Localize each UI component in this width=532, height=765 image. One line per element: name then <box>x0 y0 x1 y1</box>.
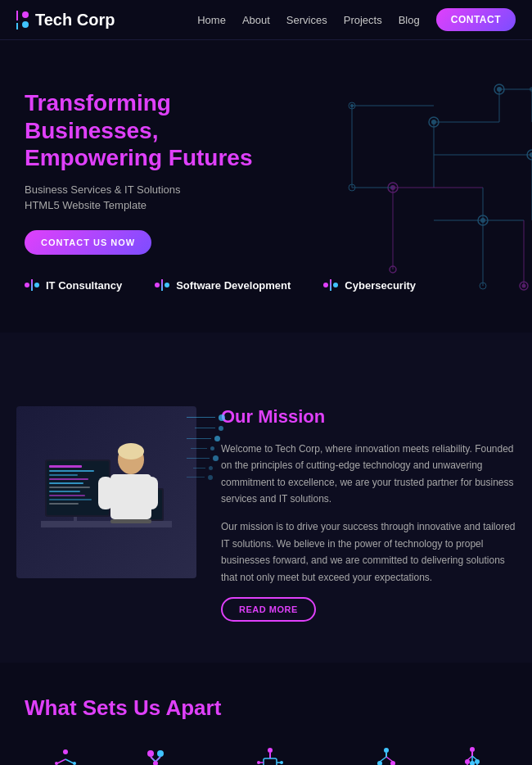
svg-point-58 <box>118 443 144 459</box>
svg-point-69 <box>73 762 76 765</box>
hero-headline-line2: Empowering Futures <box>25 145 252 170</box>
nav-blog[interactable]: Blog <box>399 14 420 26</box>
svg-rect-34 <box>41 521 172 527</box>
svg-point-101 <box>470 761 475 765</box>
svg-rect-78 <box>264 758 277 765</box>
nav-contact-button[interactable]: CONTACT <box>436 8 516 31</box>
svg-point-70 <box>147 750 154 757</box>
hero-subtitle: Business Services & IT Solutions HTML5 W… <box>25 182 286 214</box>
apart-section: What Sets Us Apart Expertise <box>0 663 532 765</box>
svg-rect-61 <box>143 477 158 509</box>
hero-cta-button[interactable]: CONTACT US NOW <box>25 230 151 255</box>
it-consultancy-icon <box>25 279 39 291</box>
cybersecurity-hero-icon <box>323 279 338 291</box>
software-dev-icon <box>155 279 169 291</box>
svg-point-99 <box>475 759 480 764</box>
svg-rect-39 <box>49 474 78 476</box>
decorative-dots <box>187 414 225 480</box>
hero-service-cybersecurity: Cybersecurity <box>323 279 416 292</box>
svg-rect-60 <box>98 477 113 509</box>
svg-rect-46 <box>49 503 79 505</box>
svg-rect-47 <box>74 517 77 523</box>
logo-dot-blue <box>22 21 29 28</box>
software-dev-label: Software Development <box>176 279 291 292</box>
hero-headline-line1: Transforming Businesses, <box>25 90 171 143</box>
mission-image <box>16 406 196 578</box>
divider <box>0 333 532 365</box>
svg-point-90 <box>390 761 395 765</box>
logo-line-blue <box>16 23 18 29</box>
svg-line-73 <box>156 757 160 762</box>
svg-point-84 <box>280 761 283 764</box>
nav-services[interactable]: Services <box>286 14 327 26</box>
svg-rect-43 <box>49 491 80 492</box>
mission-image-wrap <box>16 406 196 578</box>
svg-point-98 <box>465 759 470 764</box>
svg-point-71 <box>157 750 164 757</box>
svg-line-72 <box>151 757 156 762</box>
hero-headline: Transforming Businesses, Empowering Futu… <box>25 89 286 172</box>
svg-rect-45 <box>49 499 92 500</box>
svg-point-67 <box>55 762 58 765</box>
apart-expertise: Expertise <box>45 745 86 765</box>
brand-name: Tech Corp <box>35 11 115 29</box>
apart-cloud: Cloud <box>458 745 487 765</box>
nav-home[interactable]: Home <box>197 14 226 26</box>
svg-point-82 <box>257 761 260 764</box>
cloud-icon <box>458 745 487 765</box>
svg-rect-40 <box>49 478 88 480</box>
mission-heading: Our Mission <box>221 406 516 428</box>
nav-projects[interactable]: Projects <box>344 14 382 26</box>
svg-rect-37 <box>49 465 82 468</box>
svg-rect-62 <box>110 519 151 523</box>
svg-rect-44 <box>49 495 85 496</box>
svg-rect-41 <box>49 482 83 484</box>
nav-about[interactable]: About <box>242 14 270 26</box>
apart-title: What Sets Us Apart <box>25 695 507 721</box>
hero-subtitle-line2: HTML5 Website Template <box>25 197 286 214</box>
svg-line-88 <box>386 757 393 762</box>
hero-content: Transforming Businesses, Empowering Futu… <box>25 89 286 255</box>
mission-para2: Our mission is to drive your success thr… <box>221 518 516 586</box>
svg-point-63 <box>63 749 68 754</box>
svg-point-74 <box>153 761 158 765</box>
hero-subtitle-line1: Business Services & IT Solutions <box>25 182 286 198</box>
apart-cybersecurity: Cybersecurity <box>357 745 417 765</box>
logo[interactable]: Tech Corp <box>16 11 115 29</box>
navbar: Tech Corp Home About Services Projects B… <box>0 0 532 40</box>
svg-point-76 <box>268 748 273 753</box>
apart-title-colored: What Sets Us <box>25 695 165 720</box>
svg-point-85 <box>384 748 389 753</box>
it-consultancy-label: IT Consultancy <box>46 279 122 292</box>
cybersecurity-icon <box>372 745 401 765</box>
hero-service-software-dev: Software Development <box>155 279 291 292</box>
svg-rect-42 <box>49 487 90 488</box>
read-more-button[interactable]: READ MORE <box>221 597 316 622</box>
person-at-computer-illustration <box>25 414 188 570</box>
hero-service-it-consultancy: IT Consultancy <box>25 279 122 292</box>
mission-heading-plain: Our <box>221 406 258 427</box>
apart-proven-track-record: Proven Track Record <box>225 745 315 765</box>
expertise-icon <box>51 745 80 765</box>
svg-line-68 <box>65 759 74 763</box>
svg-rect-48 <box>65 523 85 525</box>
svg-rect-38 <box>49 470 94 472</box>
apart-title-plain: Apart <box>165 695 221 720</box>
mission-section: Our Mission Welcome to Tech Corp, where … <box>0 365 532 663</box>
mission-heading-colored: Mission <box>258 406 325 427</box>
collaboration-icon <box>141 745 170 765</box>
nav-links: Home About Services Projects Blog CONTAC… <box>197 8 516 31</box>
mission-para1: Welcome to Tech Corp, where innovation m… <box>221 441 516 508</box>
cybersecurity-hero-label: Cybersecurity <box>345 279 416 292</box>
svg-point-89 <box>377 761 382 765</box>
svg-point-94 <box>470 747 475 752</box>
logo-dot-pink <box>22 11 29 18</box>
svg-line-87 <box>380 757 386 762</box>
svg-line-66 <box>57 759 65 763</box>
proven-track-record-icon <box>255 745 285 765</box>
apart-icons-row: Expertise Collaboration <box>25 745 507 765</box>
hero-section: Transforming Businesses, Empowering Futu… <box>0 40 532 333</box>
apart-collaboration: Collaboration <box>127 745 185 765</box>
mission-text: Our Mission Welcome to Tech Corp, where … <box>221 406 516 622</box>
logo-line-pink <box>16 11 18 20</box>
